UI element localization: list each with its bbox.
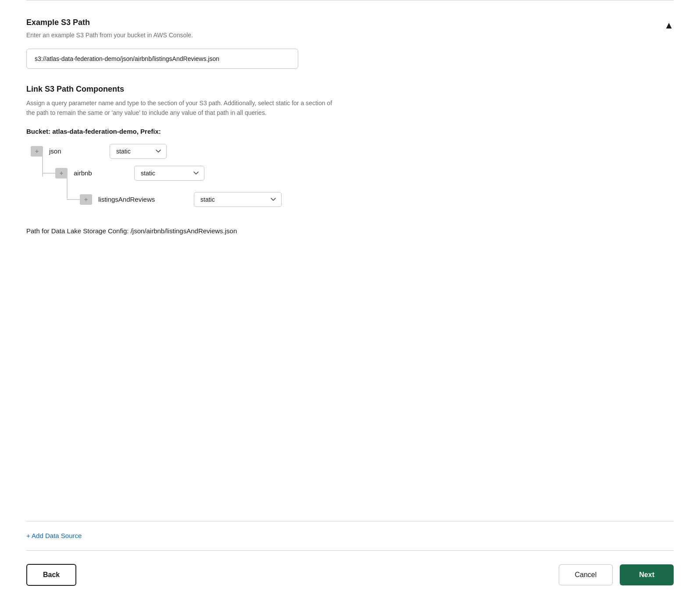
link-s3-path-desc: Assign a query parameter name and type t… (26, 98, 333, 118)
path-label-listings: listingsAndReviews (98, 196, 186, 203)
example-s3-path-desc: Enter an example S3 Path from your bucke… (26, 31, 298, 40)
bucket-info-label: Bucket: atlas-data-federation-demo, Pref… (26, 128, 674, 135)
add-data-source-link[interactable]: + Add Data Source (26, 532, 82, 539)
type-select-json[interactable]: static any value field (110, 144, 167, 159)
cancel-button[interactable]: Cancel (559, 564, 613, 585)
folder-icon-listings (80, 194, 92, 205)
tree-row-airbnb-wrapper: airbnb static any value field (55, 166, 674, 207)
add-data-source-section: + Add Data Source (0, 521, 700, 550)
h-line-2 (67, 199, 80, 200)
footer-right: Cancel Next (559, 564, 674, 585)
link-s3-path-title: Link S3 Path Components (26, 85, 674, 94)
example-s3-path-title: Example S3 Path (26, 18, 298, 27)
path-tree: json static any value field airbn (31, 144, 674, 214)
tree-row-listings: listingsAndReviews static any value fiel… (80, 192, 674, 207)
h-line-1 (42, 173, 55, 174)
main-content: Example S3 Path Enter an example S3 Path… (0, 0, 700, 521)
tree-row-listings-wrapper: listingsAndReviews static any value fiel… (80, 192, 674, 207)
next-button[interactable]: Next (620, 564, 674, 585)
v-line-2 (67, 175, 68, 199)
link-s3-path-section: Link S3 Path Components Assign a query p… (26, 85, 674, 235)
page-wrapper: Example S3 Path Enter an example S3 Path… (0, 0, 700, 599)
folder-icon-json (31, 146, 43, 157)
folder-icon-airbnb (55, 168, 68, 178)
type-select-airbnb[interactable]: static any value field (134, 166, 204, 181)
collapse-chevron-icon[interactable]: ▲ (664, 20, 674, 31)
tree-row-airbnb: airbnb static any value field (55, 166, 674, 181)
tree-row-json: json static any value field (31, 144, 674, 159)
footer-left: Back (26, 564, 76, 586)
s3-path-input[interactable] (26, 49, 298, 69)
example-s3-path-left: Example S3 Path Enter an example S3 Path… (26, 18, 298, 85)
example-s3-path-section: Example S3 Path Enter an example S3 Path… (26, 18, 674, 85)
path-label-airbnb: airbnb (74, 169, 126, 177)
path-config-result: Path for Data Lake Storage Config: /json… (26, 227, 674, 235)
type-select-listings[interactable]: static any value field (194, 192, 282, 207)
footer: Back Cancel Next (0, 551, 700, 599)
path-label-json: json (49, 147, 102, 155)
back-button[interactable]: Back (26, 564, 76, 586)
